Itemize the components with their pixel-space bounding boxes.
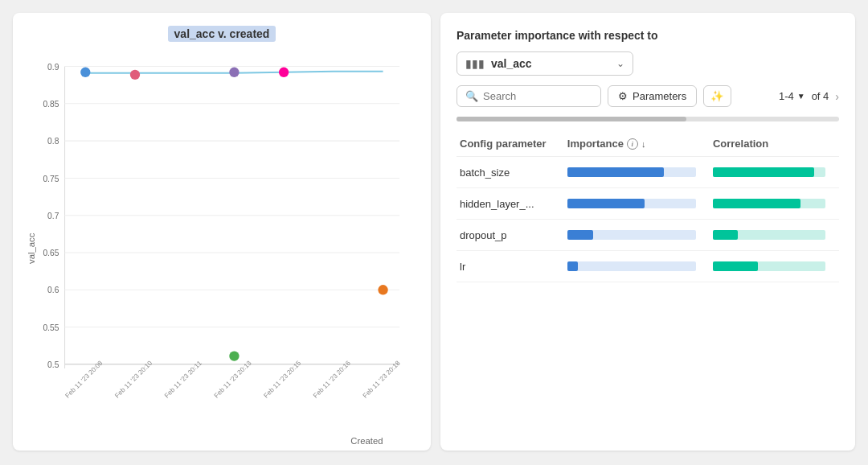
data-point-2: [130, 70, 140, 80]
svg-text:Feb 11 '23 20:13: Feb 11 '23 20:13: [213, 359, 253, 399]
correlation-cell: [710, 188, 839, 220]
param-name: lr: [457, 251, 564, 282]
correlation-cell: [710, 220, 839, 251]
right-panel: Parameter importance with respect to ▮▮▮…: [440, 13, 855, 451]
main-container: val_acc v. created val_acc 0.9 0.85: [0, 0, 868, 465]
chart-title: val_acc v. created: [168, 26, 276, 42]
th-correlation: Correlation: [710, 131, 839, 157]
page-of: of 4: [812, 90, 829, 102]
param-name: batch_size: [457, 157, 564, 188]
y-axis-label: val_acc: [27, 232, 36, 264]
search-box[interactable]: 🔍: [457, 85, 601, 107]
correlation-cell: [710, 251, 839, 282]
param-table: Config parameter Importance i ↓ Correlat…: [457, 131, 839, 282]
param-name: hidden_layer_...: [457, 188, 564, 220]
importance-info-icon: i: [627, 138, 638, 150]
gear-icon: ⚙: [618, 90, 628, 102]
table-row: batch_size: [457, 157, 839, 188]
svg-text:0.5: 0.5: [47, 360, 59, 369]
svg-text:Feb 11 '23 20:18: Feb 11 '23 20:18: [362, 359, 402, 399]
importance-cell: [564, 251, 710, 282]
params-button[interactable]: ⚙ Parameters: [608, 85, 697, 107]
th-importance: Importance i ↓: [564, 131, 710, 157]
svg-text:Feb 11 '23 20:11: Feb 11 '23 20:11: [163, 359, 203, 399]
chart-area: val_acc 0.9 0.85 0.8 0.75: [19, 48, 424, 449]
pagination: 1-4 ▼ of 4: [779, 90, 829, 102]
svg-text:0.6: 0.6: [47, 286, 59, 294]
svg-text:0.85: 0.85: [43, 100, 59, 109]
svg-text:Feb 11 '23 20:16: Feb 11 '23 20:16: [312, 359, 352, 399]
metric-label: val_acc: [491, 57, 610, 70]
svg-text:Feb 11 '23 20:10: Feb 11 '23 20:10: [113, 359, 154, 399]
svg-text:0.55: 0.55: [43, 323, 59, 332]
right-chevron-icon[interactable]: ›: [835, 90, 839, 103]
svg-text:0.9: 0.9: [47, 63, 59, 72]
magic-icon: ✨: [710, 90, 724, 102]
search-input[interactable]: [483, 90, 592, 102]
sort-desc-icon[interactable]: ↓: [641, 139, 646, 149]
params-label: Parameters: [633, 90, 686, 102]
svg-text:0.8: 0.8: [47, 137, 59, 146]
panel-title: Parameter importance with respect to: [457, 29, 839, 42]
table-scrollbar-thumb: [457, 117, 686, 121]
svg-text:Created: Created: [350, 436, 383, 446]
svg-text:0.7: 0.7: [47, 212, 59, 220]
importance-cell: [564, 157, 710, 188]
toolbar: 🔍 ⚙ Parameters ✨ 1-4 ▼ of 4 ›: [457, 85, 839, 107]
data-point-low: [229, 351, 239, 360]
svg-text:Feb 11 '23 20:08: Feb 11 '23 20:08: [64, 359, 104, 399]
data-point-4: [279, 68, 289, 77]
svg-text:0.75: 0.75: [43, 175, 59, 183]
table-scrollbar[interactable]: [457, 117, 839, 121]
metric-chevron-icon: ⌄: [616, 58, 624, 69]
magic-button[interactable]: ✨: [703, 85, 731, 107]
svg-text:Feb 11 '23 20:15: Feb 11 '23 20:15: [262, 359, 302, 399]
page-chevron-icon: ▼: [797, 92, 805, 101]
importance-cell: [564, 220, 710, 251]
importance-cell: [564, 188, 710, 220]
table-row: lr: [457, 251, 839, 282]
chart-svg: val_acc 0.9 0.85 0.8 0.75: [19, 48, 424, 449]
page-range: 1-4: [779, 90, 794, 102]
data-point-3: [229, 68, 239, 77]
param-name: dropout_p: [457, 220, 564, 251]
data-point-outlier: [378, 285, 387, 294]
metric-selector[interactable]: ▮▮▮ val_acc ⌄: [457, 51, 633, 76]
chart-panel: val_acc v. created val_acc 0.9 0.85: [13, 13, 431, 451]
bar-chart-icon: ▮▮▮: [465, 57, 485, 70]
table-row: dropout_p: [457, 220, 839, 251]
th-config-param: Config parameter: [457, 131, 564, 157]
search-icon: 🔍: [465, 90, 478, 102]
table-row: hidden_layer_...: [457, 188, 839, 220]
correlation-cell: [710, 157, 839, 188]
data-point-1: [80, 68, 90, 77]
svg-text:0.65: 0.65: [43, 249, 59, 257]
